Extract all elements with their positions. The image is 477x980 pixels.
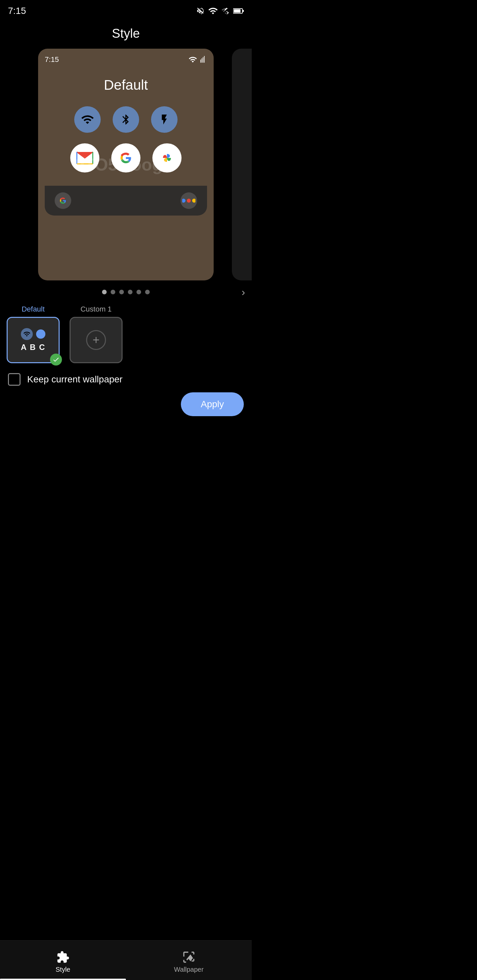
apply-btn-row: Apply bbox=[0, 392, 252, 426]
nav-item-wallpaper[interactable]: Wallpaper bbox=[126, 947, 252, 974]
style-thumb-default[interactable]: A B C bbox=[6, 317, 60, 363]
dock-bar bbox=[45, 186, 207, 216]
style-option-custom1-label: Custom 1 bbox=[80, 305, 112, 313]
nav-active-bar bbox=[0, 979, 126, 980]
flashlight-tile bbox=[151, 106, 177, 133]
battery-icon bbox=[233, 6, 244, 15]
preview-carousel: 7:15 Default 9TO5Google bbox=[0, 49, 252, 280]
muted-icon bbox=[196, 6, 205, 15]
style-options: Default A B C Custom 1 + bbox=[0, 298, 252, 363]
bluetooth-tile bbox=[113, 106, 139, 133]
chevron-right-icon[interactable]: › bbox=[241, 286, 245, 298]
wallpaper-nav-icon bbox=[182, 951, 195, 964]
page-title: Style bbox=[0, 20, 252, 49]
style-thumb-custom1[interactable]: + bbox=[70, 317, 123, 363]
svg-rect-1 bbox=[242, 10, 244, 12]
style-thumb-dot bbox=[36, 329, 45, 339]
preview-inner: 7:15 Default 9TO5Google bbox=[38, 49, 214, 280]
style-nav-icon bbox=[56, 951, 70, 964]
wifi-tile bbox=[74, 106, 101, 133]
dot-4 bbox=[128, 290, 132, 294]
status-time: 7:15 bbox=[8, 6, 26, 16]
style-thumb-icons bbox=[21, 328, 45, 340]
svg-point-7 bbox=[192, 199, 195, 203]
dot-1 bbox=[102, 290, 107, 294]
check-badge bbox=[50, 353, 62, 366]
wifi-icon bbox=[208, 6, 218, 16]
style-thumb-wifi-icon bbox=[21, 328, 33, 340]
svg-point-6 bbox=[187, 199, 191, 203]
plus-circle: + bbox=[86, 330, 106, 350]
keep-wallpaper-row[interactable]: Keep current wallpaper bbox=[0, 363, 252, 392]
keep-wallpaper-checkbox[interactable] bbox=[8, 373, 21, 386]
preview-label: Default bbox=[45, 77, 207, 93]
google-g-icon bbox=[57, 195, 68, 206]
gmail-icon bbox=[70, 143, 99, 172]
dot-6 bbox=[145, 290, 150, 294]
bottom-nav: Style Wallpaper bbox=[0, 940, 252, 980]
quick-tiles-row bbox=[45, 106, 207, 133]
tile-wifi-icon bbox=[81, 113, 94, 126]
preview-time: 7:15 bbox=[45, 55, 59, 64]
tile-flashlight-icon bbox=[158, 114, 170, 126]
dock-google-assistant bbox=[180, 192, 197, 209]
google-icon bbox=[111, 143, 140, 172]
app-icons-row bbox=[45, 143, 207, 172]
signal-icon bbox=[221, 6, 230, 15]
preview-wifi-icon bbox=[188, 55, 197, 64]
dot-3 bbox=[119, 290, 124, 294]
style-option-default-label: Default bbox=[22, 305, 45, 313]
style-thumb-abc: A B C bbox=[21, 343, 45, 352]
tile-bluetooth-icon bbox=[120, 114, 132, 126]
preview-card-partial bbox=[232, 49, 252, 280]
svg-rect-2 bbox=[234, 9, 241, 13]
style-option-default[interactable]: Default A B C bbox=[6, 305, 60, 363]
apply-button[interactable]: Apply bbox=[181, 392, 244, 416]
svg-point-5 bbox=[182, 199, 185, 203]
preview-status-icons bbox=[188, 55, 207, 64]
google-photos-icon bbox=[152, 143, 182, 172]
dock-google-search bbox=[55, 192, 71, 209]
status-icons bbox=[196, 6, 244, 16]
dots-row: › bbox=[0, 290, 252, 294]
keep-wallpaper-label: Keep current wallpaper bbox=[27, 374, 123, 385]
preview-card-default: 7:15 Default 9TO5Google bbox=[38, 49, 214, 280]
nav-wallpaper-label: Wallpaper bbox=[174, 966, 203, 974]
style-option-custom1[interactable]: Custom 1 + bbox=[70, 305, 123, 363]
preview-signal-icon bbox=[200, 56, 207, 63]
preview-status-bar: 7:15 bbox=[45, 55, 207, 64]
dot-2 bbox=[111, 290, 115, 294]
dot-5 bbox=[136, 290, 141, 294]
status-bar: 7:15 bbox=[0, 0, 252, 20]
nav-item-style[interactable]: Style bbox=[0, 947, 126, 974]
nav-style-label: Style bbox=[56, 966, 70, 974]
